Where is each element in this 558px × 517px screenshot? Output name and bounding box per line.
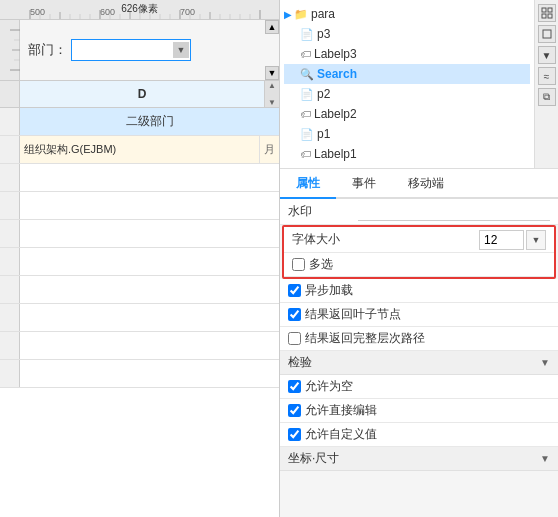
tree-item-p3[interactable]: 📄 p3 [284, 24, 530, 44]
tabs-row: 属性 事件 移动端 [280, 169, 558, 199]
validate-arrow-icon: ▼ [540, 357, 550, 368]
svg-rect-30 [548, 8, 552, 12]
tree-item-labelp1[interactable]: 🏷 Labelp1 [284, 144, 530, 164]
empty-row-5 [0, 220, 279, 248]
font-size-dropdown[interactable]: ▼ [526, 230, 546, 250]
allow-empty-row: 允许为空 [280, 375, 558, 399]
coord-section[interactable]: 坐标·尺寸 ▼ [280, 447, 558, 471]
return-full-checkbox[interactable] [288, 332, 301, 345]
side-icon-down[interactable]: ▼ [538, 46, 556, 64]
async-load-label: 异步加载 [305, 282, 353, 299]
validate-section[interactable]: 检验 ▼ [280, 351, 558, 375]
dept-input-icon[interactable]: ▼ [173, 42, 189, 58]
empty-row-4 [0, 192, 279, 220]
table-area: D ▲ ▼ 二级部门 组织架构.G(EJBM) 月 [0, 80, 279, 388]
empty-row-9 [0, 332, 279, 360]
highlight-box: 字体大小 ▼ 多选 [282, 225, 556, 279]
svg-rect-31 [542, 14, 546, 18]
allow-custom-row: 允许自定义值 [280, 423, 558, 447]
empty-row-3 [0, 164, 279, 192]
props-panel: 属性 事件 移动端 水印 字体大小 ▼ 多选 [280, 169, 558, 517]
tree-label-p3: p3 [317, 27, 330, 41]
allow-direct-edit-label: 允许直接编辑 [305, 402, 377, 419]
allow-direct-edit-checkbox[interactable] [288, 404, 301, 417]
scroll-up-btn[interactable]: ▲ [265, 20, 279, 34]
table-row-2: 组织架构.G(EJBM) 月 [0, 136, 279, 164]
right-panel: ▶ 📁 para 📄 p3 🏷 Labelp3 🔍 Search 📄 [280, 0, 558, 517]
tree-label-labelp3: Labelp3 [314, 47, 357, 61]
side-icons-panel: ▼ ≈ ⧉ [534, 0, 558, 168]
side-icon-wave[interactable]: ≈ [538, 67, 556, 85]
tree-item-labelp3[interactable]: 🏷 Labelp3 [284, 44, 530, 64]
tree-icon-p2: 📄 [300, 88, 314, 101]
return-full-row: 结果返回完整层次路径 [280, 327, 558, 351]
tree-content: ▶ 📁 para 📄 p3 🏷 Labelp3 🔍 Search 📄 [280, 0, 534, 168]
tree-icon-p1: 📄 [300, 128, 314, 141]
font-size-label: 字体大小 [292, 231, 479, 248]
tree-label-labelp1: Labelp1 [314, 147, 357, 161]
canvas-content: 部门： ▼ [20, 20, 279, 80]
table-row-1: 二级部门 [0, 108, 279, 136]
multi-select-checkbox[interactable] [292, 258, 305, 271]
tree-item-p1[interactable]: 📄 p1 [284, 124, 530, 144]
side-icon-grid[interactable] [538, 4, 556, 22]
watermark-row: 水印 [280, 199, 558, 225]
scroll-down-btn[interactable]: ▼ [265, 66, 279, 80]
async-load-row: 异步加载 [280, 279, 558, 303]
table-cell-2-1: 组织架构.G(EJBM) [20, 136, 259, 163]
return-leaf-checkbox[interactable] [288, 308, 301, 321]
allow-direct-edit-row: 允许直接编辑 [280, 399, 558, 423]
canvas-area: 部门： ▼ ▲ ▼ [0, 20, 279, 80]
tree-item-search[interactable]: 🔍 Search [284, 64, 530, 84]
font-size-input[interactable] [479, 230, 524, 250]
watermark-input[interactable] [358, 203, 550, 221]
empty-row-6 [0, 248, 279, 276]
tab-events[interactable]: 事件 [336, 169, 392, 199]
tree-icon-labelp3: 🏷 [300, 48, 311, 60]
svg-rect-32 [548, 14, 552, 18]
ruler-top: 500 600 700 [0, 0, 279, 20]
tab-mobile[interactable]: 移动端 [392, 169, 460, 199]
coord-label: 坐标·尺寸 [288, 450, 339, 467]
tree-icon-p3: 📄 [300, 28, 314, 41]
watermark-label: 水印 [288, 203, 358, 220]
dept-input-box[interactable]: ▼ [71, 39, 191, 61]
empty-row-8 [0, 304, 279, 332]
table-header: D ▲ ▼ [0, 80, 279, 108]
font-size-row: 字体大小 ▼ [284, 227, 554, 253]
table-scroll-bar[interactable]: ▲ ▼ [265, 81, 279, 107]
tree-label-para: para [311, 7, 335, 21]
tree-label-search: Search [317, 67, 357, 81]
ruler-vertical [0, 20, 20, 80]
tree-item-para[interactable]: ▶ 📁 para [284, 4, 530, 24]
tree-icon-search: 🔍 [300, 68, 314, 81]
async-load-checkbox[interactable] [288, 284, 301, 297]
tree-icon-labelp1: 🏷 [300, 148, 311, 160]
tree-item-labelp2[interactable]: 🏷 Labelp2 [284, 104, 530, 124]
tree-item-p2[interactable]: 📄 p2 [284, 84, 530, 104]
multi-select-row: 多选 [284, 253, 554, 277]
svg-rect-33 [543, 30, 551, 38]
table-row-num-1 [0, 108, 20, 135]
pixel-label: 626像素 [121, 2, 158, 16]
tree-panel: ▶ 📁 para 📄 p3 🏷 Labelp3 🔍 Search 📄 [280, 0, 558, 169]
dept-label: 部门： [28, 41, 67, 59]
tab-attrs[interactable]: 属性 [280, 169, 336, 199]
ruler-v-ticks [0, 20, 20, 80]
side-icon-square[interactable] [538, 25, 556, 43]
table-cell-1-1: 二级部门 [20, 108, 279, 135]
left-panel: 500 600 700 [0, 0, 280, 517]
tree-expand-para: ▶ [284, 9, 292, 20]
return-leaf-label: 结果返回叶子节点 [305, 306, 401, 323]
allow-empty-label: 允许为空 [305, 378, 353, 395]
tree-label-p1: p1 [317, 127, 330, 141]
coord-arrow-icon: ▼ [540, 453, 550, 464]
table-row-num-header [0, 81, 20, 107]
allow-empty-checkbox[interactable] [288, 380, 301, 393]
side-icon-link[interactable]: ⧉ [538, 88, 556, 106]
svg-rect-29 [542, 8, 546, 12]
empty-row-7 [0, 276, 279, 304]
return-leaf-row: 结果返回叶子节点 [280, 303, 558, 327]
tree-icon-labelp2: 🏷 [300, 108, 311, 120]
allow-custom-checkbox[interactable] [288, 428, 301, 441]
